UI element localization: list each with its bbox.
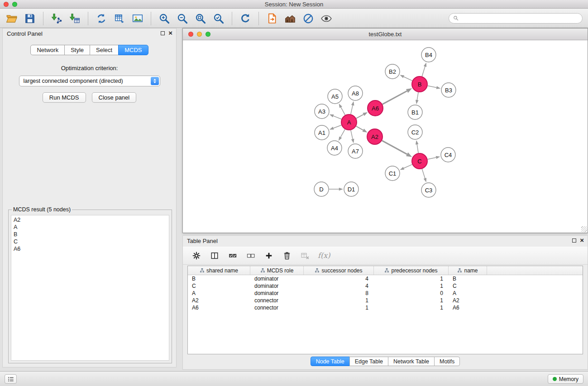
- search-field[interactable]: [449, 13, 583, 24]
- graph-node-A4[interactable]: A4: [327, 141, 342, 155]
- function-builder-button[interactable]: f(x): [318, 251, 330, 260]
- criterion-select[interactable]: largest connected component (directed): [19, 76, 160, 86]
- graphics-detail-button[interactable]: [302, 13, 314, 24]
- tab-mcds[interactable]: MCDS: [118, 45, 148, 55]
- graph-edge-C-C2[interactable]: [417, 144, 418, 153]
- column-header-successor-nodes[interactable]: successor nodes: [304, 266, 374, 275]
- graph-edge-C-C1[interactable]: [404, 164, 412, 168]
- export-network-button[interactable]: [96, 13, 107, 24]
- float-table-panel-icon[interactable]: [572, 238, 576, 243]
- mcds-result-item[interactable]: A6: [14, 245, 167, 253]
- tab-network-table[interactable]: Network Table: [388, 357, 435, 366]
- graph-edge-B-B4[interactable]: [422, 67, 425, 76]
- table-row[interactable]: Cdominator41C: [188, 282, 583, 290]
- graph-node-A2[interactable]: A2: [367, 129, 382, 144]
- graph-node-B3[interactable]: B3: [441, 83, 456, 97]
- document-button[interactable]: [266, 13, 278, 24]
- table-row[interactable]: A2connector11A2: [188, 297, 583, 304]
- close-panel-button[interactable]: Close panel: [92, 92, 137, 103]
- open-button[interactable]: [6, 13, 18, 24]
- graph-edge-A-A4[interactable]: [340, 129, 345, 137]
- graph-edge-A-A1[interactable]: [333, 125, 341, 128]
- graph-node-C2[interactable]: C2: [408, 125, 422, 139]
- gear-button[interactable]: [191, 250, 202, 261]
- float-panel-icon[interactable]: [161, 31, 165, 35]
- column-header-predecessor-nodes[interactable]: predecessor nodes: [374, 266, 449, 275]
- network-canvas[interactable]: B4B2BB3A5A8A6A3B1AC2A1A2A4A7C4CC1DD1C3: [183, 40, 588, 233]
- graph-edge-B-B2[interactable]: [404, 77, 412, 81]
- graph-edge-B-B1[interactable]: [417, 92, 418, 100]
- mcds-result-item[interactable]: C: [14, 238, 167, 245]
- graph-edge-A2-C[interactable]: [382, 141, 407, 154]
- add-button[interactable]: [263, 250, 274, 261]
- tab-select[interactable]: Select: [90, 45, 119, 55]
- graph-node-C4[interactable]: C4: [441, 148, 455, 162]
- graph-node-B[interactable]: B: [412, 76, 427, 92]
- refresh-button[interactable]: [239, 13, 251, 24]
- mcds-result-item[interactable]: A2: [14, 216, 167, 224]
- graph-edge-B-B3[interactable]: [428, 86, 437, 88]
- graph-node-B4[interactable]: B4: [421, 48, 436, 62]
- graph-edge-A-A8[interactable]: [351, 105, 353, 114]
- mcds-result-item[interactable]: B: [14, 231, 167, 238]
- graph-node-D[interactable]: D: [314, 182, 329, 196]
- search-input[interactable]: [461, 15, 578, 22]
- graph-node-C1[interactable]: C1: [385, 166, 400, 181]
- graph-edge-C-C3[interactable]: [422, 169, 425, 178]
- import-network-button[interactable]: [51, 13, 62, 24]
- column-header-name[interactable]: name: [449, 266, 487, 275]
- graph-node-A3[interactable]: A3: [315, 104, 329, 119]
- graph-node-A5[interactable]: A5: [328, 89, 342, 104]
- graph-edge-A6-B[interactable]: [382, 91, 407, 104]
- deselect-all-button[interactable]: [245, 250, 256, 261]
- import-table-button[interactable]: [69, 13, 81, 24]
- table-x-button[interactable]: [300, 250, 311, 261]
- graph-node-B1[interactable]: B1: [408, 105, 422, 119]
- zoom-fit-button[interactable]: [195, 13, 206, 24]
- close-table-panel-icon[interactable]: ×: [580, 238, 584, 243]
- eye-button[interactable]: [320, 13, 332, 24]
- graph-edge-A-A5[interactable]: [341, 107, 345, 115]
- table-row[interactable]: Adominator80A: [188, 290, 583, 297]
- tab-edge-table[interactable]: Edge Table: [349, 357, 388, 366]
- graph-edge-A-A2[interactable]: [356, 126, 363, 130]
- table-row[interactable]: A6connector11A6: [188, 304, 583, 311]
- graph-node-C3[interactable]: C3: [421, 183, 436, 197]
- column-header-mcds-role[interactable]: MCDS role: [250, 266, 304, 275]
- tab-motifs[interactable]: Motifs: [434, 357, 460, 366]
- graph-node-B2[interactable]: B2: [385, 64, 400, 79]
- home-button[interactable]: [284, 13, 296, 24]
- zoom-selected-button[interactable]: [213, 13, 225, 24]
- export-table-button[interactable]: [114, 13, 125, 24]
- trash-button[interactable]: [282, 250, 292, 261]
- graph-node-A6[interactable]: A6: [368, 100, 383, 116]
- select-all-button[interactable]: [227, 250, 238, 261]
- tab-style[interactable]: Style: [64, 45, 90, 55]
- zoom-in-button[interactable]: [158, 13, 170, 24]
- column-header-shared-name[interactable]: shared name: [188, 266, 250, 275]
- mcds-result-list[interactable]: A2ABCA6: [11, 215, 169, 361]
- graph-edge-A-A6[interactable]: [356, 114, 363, 119]
- memory-button[interactable]: Memory: [548, 374, 583, 384]
- graph-edge-C-C4[interactable]: [428, 157, 436, 159]
- tab-network[interactable]: Network: [30, 45, 65, 55]
- graph-node-A8[interactable]: A8: [348, 86, 363, 100]
- save-button[interactable]: [24, 13, 36, 24]
- graph-edge-A-A3[interactable]: [333, 116, 341, 119]
- show-panels-button[interactable]: [5, 374, 17, 384]
- export-image-button[interactable]: [132, 13, 143, 24]
- run-mcds-button[interactable]: Run MCDS: [43, 92, 86, 103]
- close-panel-icon[interactable]: ×: [168, 30, 172, 36]
- mcds-result-item[interactable]: A: [14, 224, 167, 231]
- graph-edge-A-A7[interactable]: [351, 130, 353, 139]
- resize-grip-icon[interactable]: [581, 226, 587, 232]
- graph-node-C[interactable]: C: [412, 153, 427, 169]
- table-row[interactable]: Bdominator41B: [188, 275, 583, 282]
- split-columns-button[interactable]: [209, 250, 220, 261]
- graph-node-D1[interactable]: D1: [344, 182, 359, 196]
- tab-node-table[interactable]: Node Table: [311, 357, 350, 366]
- graph-node-A[interactable]: A: [341, 114, 357, 130]
- graph-node-A1[interactable]: A1: [315, 125, 329, 140]
- zoom-out-button[interactable]: [177, 13, 188, 24]
- graph-node-A7[interactable]: A7: [348, 144, 363, 158]
